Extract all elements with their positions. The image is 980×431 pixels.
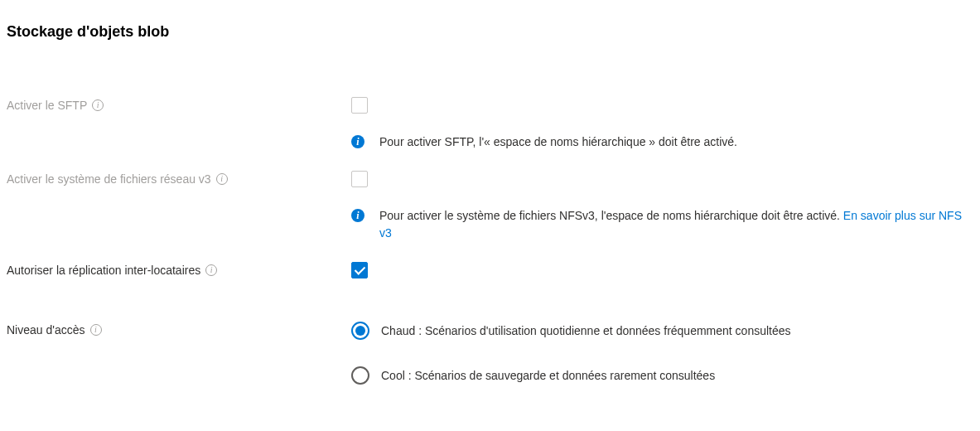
info-icon[interactable]: i	[92, 99, 104, 111]
access-tier-option-hot[interactable]: Chaud : Scénarios d'utilisation quotidie…	[351, 322, 973, 340]
nfs-info-prefix: Pour activer le système de fichiers NFSv…	[379, 209, 843, 222]
radio-button[interactable]	[351, 322, 369, 340]
radio-button[interactable]	[351, 366, 369, 385]
sftp-info-row: i Pour activer SFTP, l'« espace de noms …	[7, 133, 973, 151]
access-tier-label-col: Niveau d'accès i	[7, 322, 351, 337]
nfs-info-row: i Pour activer le système de fichiers NF…	[7, 207, 973, 242]
access-tier-row: Niveau d'accès i Chaud : Scénarios d'uti…	[7, 322, 973, 385]
info-icon[interactable]: i	[205, 264, 217, 276]
nfs-label-col: Activer le système de fichiers réseau v3…	[7, 171, 351, 186]
info-badge-icon: i	[351, 209, 364, 222]
access-tier-label: Niveau d'accès	[7, 323, 85, 337]
replication-control	[351, 262, 973, 281]
sftp-control	[351, 97, 973, 116]
radio-label: Cool : Scénarios de sauvegarde et donnée…	[381, 369, 715, 382]
access-tier-option-cool[interactable]: Cool : Scénarios de sauvegarde et donnée…	[351, 366, 973, 385]
nfs-checkbox	[351, 171, 368, 187]
access-tier-radio-group: Chaud : Scénarios d'utilisation quotidie…	[351, 322, 973, 385]
replication-label-col: Autoriser la réplication inter-locataire…	[7, 262, 351, 277]
nfs-info-text: Pour activer le système de fichiers NFSv…	[379, 207, 973, 242]
access-tier-control: Chaud : Scénarios d'utilisation quotidie…	[351, 322, 973, 385]
replication-checkbox[interactable]	[351, 262, 368, 278]
info-badge-icon: i	[351, 135, 364, 148]
info-icon[interactable]: i	[90, 324, 102, 336]
sftp-checkbox	[351, 97, 368, 114]
nfs-control	[351, 171, 973, 190]
sftp-info-text: Pour activer SFTP, l'« espace de noms hi…	[379, 133, 737, 151]
section-title: Stockage d'objets blob	[7, 23, 973, 41]
sftp-row: Activer le SFTP i	[7, 97, 973, 120]
nfs-label: Activer le système de fichiers réseau v3	[7, 172, 211, 186]
replication-row: Autoriser la réplication inter-locataire…	[7, 262, 973, 285]
nfs-row: Activer le système de fichiers réseau v3…	[7, 171, 973, 194]
sftp-label: Activer le SFTP	[7, 99, 87, 112]
info-icon[interactable]: i	[216, 173, 228, 185]
sftp-label-col: Activer le SFTP i	[7, 97, 351, 112]
radio-label: Chaud : Scénarios d'utilisation quotidie…	[381, 324, 791, 337]
replication-label: Autoriser la réplication inter-locataire…	[7, 264, 200, 277]
